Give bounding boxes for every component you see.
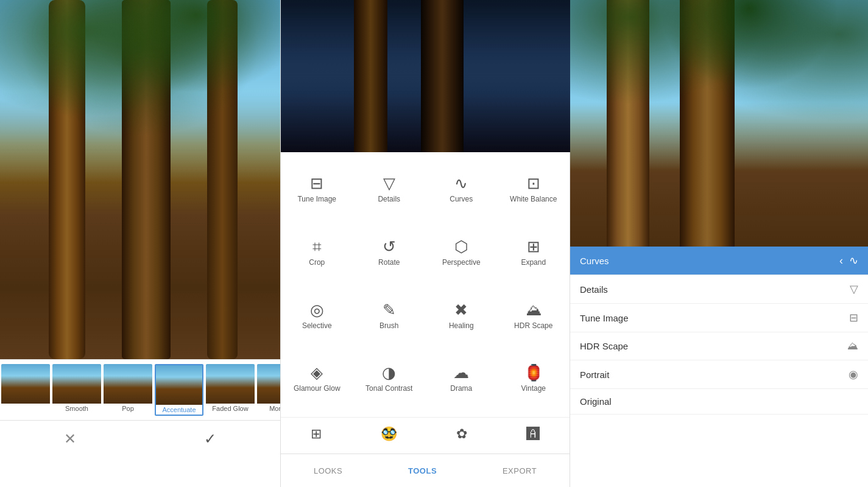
crop-icon: ⌗ [312,239,322,254]
details-icon: ▽ [383,175,395,191]
tool-rotate[interactable]: ↺ Rotate [353,222,426,285]
healing-icon: ✖ [454,302,468,318]
tool-expand[interactable]: ⊞ Expand [498,222,570,285]
mid-tree-trunk-1 [354,0,387,152]
confirm-button[interactable]: ✓ [204,430,216,447]
cancel-button[interactable]: ✕ [64,430,76,447]
tool-glamour-glow[interactable]: ◈ Glamour Glow [281,348,353,411]
rotate-icon: ↺ [383,239,396,254]
thumb-pop[interactable]: Pop [104,364,152,416]
tool-tune-image[interactable]: ⊟ Tune Image [281,158,353,222]
export-row-icon: 🅰 [526,427,540,441]
right-tool-details[interactable]: Details ▽ [570,275,868,304]
tool-curves[interactable]: ∿ Curves [425,158,498,222]
tool-details[interactable]: ▽ Details [353,158,426,222]
tool-drama[interactable]: ☁ Drama [425,348,498,411]
middle-main-image [281,0,570,152]
thumb-faded-glow[interactable]: Faded Glow [206,364,255,416]
middle-panel: ⊟ Tune Image ▽ Details ∿ Curves ⊡ White … [280,0,570,487]
tool-tonal-contrast[interactable]: ◑ Tonal Contrast [353,348,426,411]
brush-icon: ✎ [383,302,396,318]
drama-icon: ☁ [453,365,469,380]
tool-vintage[interactable]: 🏮 Vintage [498,348,570,411]
right-tool-portrait[interactable]: Portrait ◉ [570,360,868,389]
right-tool-tune-image[interactable]: Tune Image ⊟ [570,304,868,332]
nav-tools[interactable]: TOOLS [408,466,437,475]
nav-looks[interactable]: LOOKS [314,466,342,475]
active-row-icons: ‹ ∿ [839,254,858,267]
tool-selective[interactable]: ◎ Selective [281,285,353,348]
tools-grid: ⊟ Tune Image ▽ Details ∿ Curves ⊡ White … [281,152,570,417]
thumb-accentuate[interactable]: Accentuate [155,364,203,416]
tonal-contrast-icon: ◑ [382,365,396,380]
tool-looks-icon-row[interactable]: ⊞ [311,427,322,444]
left-panel: Smooth Pop Accentuate Faded Glow Morning… [0,0,280,487]
portrait-right-icon: ◉ [849,368,858,381]
details-right-icon: ▽ [850,282,858,296]
right-tool-original[interactable]: Original [570,389,868,415]
vintage-icon: 🏮 [524,365,543,380]
looks-row-icon: ⊞ [311,427,322,441]
bottom-nav: LOOKS TOOLS EXPORT [281,454,570,487]
nav-export[interactable]: EXPORT [503,466,537,475]
tool-crop[interactable]: ⌗ Crop [281,222,353,285]
right-panel: Curves ‹ ∿ Details ▽ Tune Image ⊟ HDR Sc… [570,0,868,487]
hdr-right-icon: ⛰ [847,340,858,352]
drama-row-icon: ✿ [456,427,467,441]
right-tool-hdr-scape[interactable]: HDR Scape ⛰ [570,332,868,360]
perspective-icon: ⬡ [454,239,468,254]
foliage-overlay [0,0,280,152]
expand-icon: ⊞ [527,239,540,254]
thumb-morning[interactable]: Morning [257,364,280,416]
tool-healing[interactable]: ✖ Healing [425,285,498,348]
selective-icon: ◎ [310,302,324,318]
right-tool-curves[interactable]: Curves ‹ ∿ [570,247,868,275]
tool-hdr-scape[interactable]: ⛰ HDR Scape [498,285,570,348]
chevron-left-icon[interactable]: ‹ [839,254,843,267]
tool-export-icon-row[interactable]: 🅰 [526,427,540,444]
mid-tree-trunk-2 [421,0,464,152]
right-main-image [570,0,868,247]
tune-image-icon: ⊟ [310,175,323,191]
hdr-scape-icon: ⛰ [526,302,542,318]
tune-right-icon: ⊟ [849,311,858,324]
tool-perspective[interactable]: ⬡ Perspective [425,222,498,285]
tool-white-balance[interactable]: ⊡ White Balance [498,158,570,222]
right-foliage-overlay [570,0,868,170]
thumb-smooth[interactable]: Smooth [52,364,101,416]
tool-drama-icon-row[interactable]: ✿ [456,427,467,444]
tool-brush[interactable]: ✎ Brush [353,285,426,348]
curves-icon: ∿ [454,175,468,191]
right-tools-list: Curves ‹ ∿ Details ▽ Tune Image ⊟ HDR Sc… [570,247,868,487]
tool-brush-icon-row[interactable]: 🥸 [381,427,397,444]
curves-right-icon: ∿ [849,254,858,267]
brush-row-icon: 🥸 [381,427,397,441]
left-main-image [0,0,280,359]
thumbnail-strip: Smooth Pop Accentuate Faded Glow Morning [0,359,280,420]
thumb-blank[interactable] [1,364,50,416]
bottom-action-bar: ✕ ✓ [0,420,280,457]
glamour-glow-icon: ◈ [311,365,323,380]
white-balance-icon: ⊡ [527,175,540,191]
